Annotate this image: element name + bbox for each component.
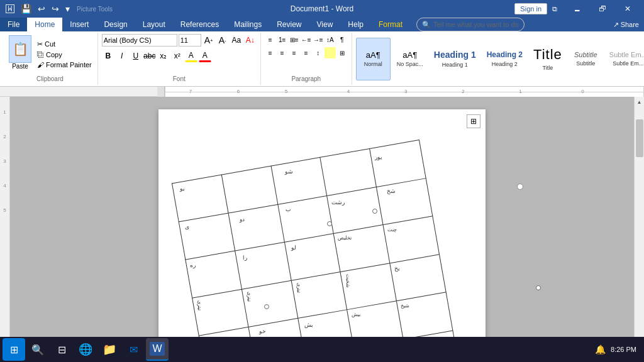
bullets-button[interactable]: ≡ — [265, 34, 276, 45]
main-area: 1 2 3 4 5 ⊞ يو شو يور ى — [0, 97, 644, 348]
scroll-up-button[interactable]: ▲ — [635, 97, 645, 107]
style-normal[interactable]: aA¶ Normal — [356, 38, 391, 80]
clipboard-label: Clipboard — [36, 74, 64, 84]
underline-button[interactable]: U — [130, 50, 142, 62]
strikethrough-button[interactable]: abc — [143, 50, 156, 62]
ribbon-content: 📋 Paste ✂ Cut ⿻ Copy 🖌 Format Painter Cl… — [0, 31, 644, 87]
paste-label: Paste — [12, 63, 28, 70]
minimize-button[interactable]: 🗕 — [565, 0, 590, 18]
tab-file[interactable]: File — [0, 18, 27, 31]
bold-button[interactable]: B — [102, 50, 114, 62]
selection-handle-top-center[interactable] — [372, 209, 377, 214]
mail-button[interactable]: ✉ — [122, 338, 145, 361]
edge-button[interactable]: 🌐 — [74, 338, 97, 361]
customize-icon[interactable]: ▾ — [64, 4, 72, 14]
change-case-button[interactable]: Aa — [230, 34, 243, 47]
numbering-button[interactable]: 1≡ — [277, 34, 288, 45]
ribbon-tabs: File Home Insert Design Layout Reference… — [0, 18, 644, 31]
word-icon: W — [150, 342, 164, 356]
tab-design[interactable]: Design — [96, 18, 135, 31]
list-buttons-row: ≡ 1≡ ⊞≡ ←≡ →≡ ↕A ¶ — [265, 34, 348, 45]
italic-button[interactable]: I — [116, 50, 128, 62]
show-formatting-button[interactable]: ¶ — [336, 34, 348, 45]
search-taskbar-button[interactable]: 🔍 — [26, 338, 49, 361]
align-center-button[interactable]: ≡ — [277, 47, 288, 58]
scroll-track[interactable] — [635, 107, 644, 338]
style-no-spacing-preview: aA¶ — [402, 50, 417, 60]
grow-font-button[interactable]: A+ — [203, 34, 215, 47]
clear-formatting-button[interactable]: A↓ — [244, 34, 257, 47]
selection-handle-top-left[interactable] — [327, 221, 332, 226]
style-title[interactable]: Title Title — [529, 38, 567, 80]
explorer-button[interactable]: 📁 — [98, 338, 121, 361]
start-button[interactable]: ⊞ — [3, 338, 25, 361]
notification-icon[interactable]: 🔔 — [595, 344, 606, 354]
style-subtitle-preview: Subtitle — [574, 51, 597, 59]
font-label: Font — [173, 74, 186, 84]
redo-icon[interactable]: ↪ — [50, 4, 61, 14]
align-left-button[interactable]: ≡ — [265, 47, 276, 58]
copy-icon: ⿻ — [37, 51, 44, 58]
align-right-button[interactable]: ≡ — [289, 47, 300, 58]
task-view-button[interactable]: ⊟ — [50, 338, 73, 361]
font-color-button[interactable]: A — [199, 50, 211, 62]
style-heading1-label: Heading 1 — [442, 62, 468, 68]
tab-help[interactable]: Help — [340, 18, 371, 31]
subscript-button[interactable]: x₂ — [157, 50, 170, 62]
restore-down-icon[interactable]: ⧉ — [552, 5, 557, 13]
tab-review[interactable]: Review — [269, 18, 309, 31]
font-size-input[interactable] — [179, 34, 201, 47]
doc-area[interactable]: ⊞ يو شو يور ى دو ب رشت — [10, 97, 634, 348]
tab-format[interactable]: Format — [371, 18, 410, 31]
ruler-horizontal: 7 6 5 4 3 2 1 0 — [165, 87, 644, 97]
grid-table: يو شو يور ى دو ب رشت شخ ره — [172, 140, 460, 348]
style-no-spacing[interactable]: aA¶ No Spac... — [392, 38, 428, 80]
tab-view[interactable]: View — [309, 18, 341, 31]
save-icon[interactable]: 💾 — [19, 4, 33, 14]
shading-button[interactable] — [325, 47, 336, 58]
increase-indent-button[interactable]: →≡ — [313, 34, 324, 45]
superscript-button[interactable]: x² — [171, 50, 184, 62]
tell-me-box[interactable]: 🔍 Tell me what you want to do — [416, 18, 525, 31]
selection-handle-middle-left[interactable] — [264, 304, 269, 309]
tab-home[interactable]: Home — [27, 18, 62, 31]
document[interactable]: ⊞ يو شو يور ى دو ب رشت — [158, 109, 486, 348]
style-subtitle[interactable]: Subtitle Subtitle — [569, 38, 603, 80]
share-button[interactable]: ↗ Share — [613, 21, 639, 29]
copy-button[interactable]: ⿻ Copy — [35, 50, 94, 59]
style-subtle-em[interactable]: Subtle Em... Subtle Em... — [605, 38, 644, 80]
style-normal-label: Normal — [364, 61, 382, 67]
selection-handle-middle-right[interactable] — [536, 285, 541, 290]
undo-icon[interactable]: ↩ — [36, 4, 47, 14]
search-taskbar-icon: 🔍 — [31, 344, 44, 356]
multilevel-list-button[interactable]: ⊞≡ — [289, 34, 300, 45]
sort-button[interactable]: ↕A — [325, 34, 336, 45]
font-name-input[interactable] — [102, 34, 177, 47]
close-button[interactable]: ✕ — [615, 0, 640, 18]
tab-insert[interactable]: Insert — [62, 18, 96, 31]
sign-in-button[interactable]: Sign in — [514, 3, 547, 14]
restore-button[interactable]: 🗗 — [590, 0, 615, 18]
rotation-handle[interactable] — [517, 184, 523, 190]
tell-me-area: 🔍 Tell me what you want to do — [410, 18, 608, 31]
word-button[interactable]: W — [146, 338, 169, 361]
styles-group: aA¶ Normal aA¶ No Spac... Heading 1 Head… — [352, 33, 644, 85]
style-heading2[interactable]: Heading 2 Heading 2 — [482, 38, 527, 80]
style-heading1-preview: Heading 1 — [434, 50, 476, 60]
highlight-button[interactable]: A — [185, 50, 197, 62]
decrease-indent-button[interactable]: ←≡ — [301, 34, 312, 45]
tab-layout[interactable]: Layout — [135, 18, 173, 31]
layout-icon[interactable]: ⊞ — [467, 114, 480, 128]
line-spacing-button[interactable]: ↕ — [313, 47, 324, 58]
scroll-thumb[interactable] — [636, 119, 643, 157]
borders-button[interactable]: ⊞ — [336, 47, 348, 58]
justify-button[interactable]: ≡ — [301, 47, 312, 58]
taskbar-right: 🔔 8:26 PM — [590, 344, 641, 354]
style-heading1[interactable]: Heading 1 Heading 1 — [430, 38, 480, 80]
cut-button[interactable]: ✂ Cut — [35, 40, 94, 49]
tab-references[interactable]: References — [173, 18, 226, 31]
shrink-font-button[interactable]: A- — [216, 34, 229, 47]
format-painter-button[interactable]: 🖌 Format Painter — [35, 60, 94, 69]
paste-button[interactable]: 📋 Paste — [6, 34, 34, 74]
tab-mailings[interactable]: Mailings — [226, 18, 269, 31]
